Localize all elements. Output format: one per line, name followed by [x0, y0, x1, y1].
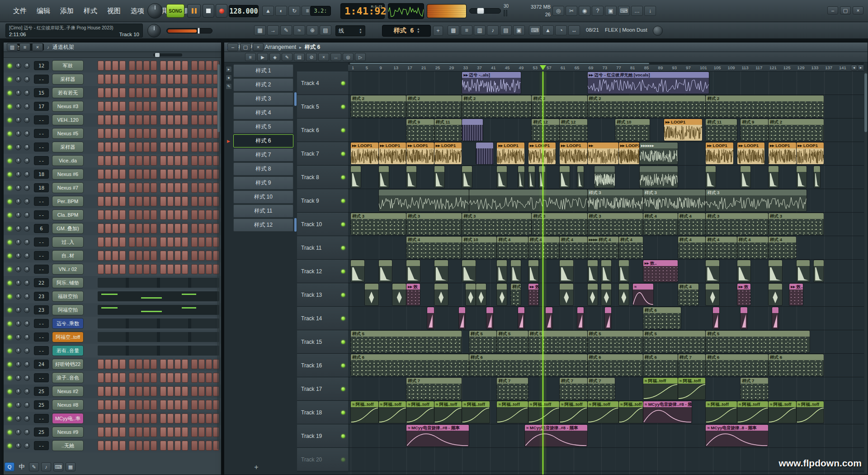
- step-cell[interactable]: [129, 359, 135, 369]
- track-led[interactable]: [341, 340, 345, 344]
- track-header[interactable]: Track 8: [297, 166, 348, 189]
- pan-knob[interactable]: [15, 321, 21, 327]
- timeline-zoombar[interactable]: [348, 62, 864, 65]
- clip[interactable]: 迈兮 -..als]: [462, 72, 521, 94]
- step-cell[interactable]: [136, 386, 142, 396]
- step-cell[interactable]: [105, 400, 111, 410]
- channel-button[interactable]: VEH..120: [52, 114, 84, 125]
- step-cell[interactable]: [129, 183, 135, 193]
- clip[interactable]: [741, 166, 750, 188]
- track-led[interactable]: [341, 128, 345, 132]
- step-cell[interactable]: [175, 223, 181, 233]
- pan-knob[interactable]: [15, 253, 21, 259]
- maximize-button[interactable]: ▢: [840, 6, 851, 14]
- menu-item-4[interactable]: 视图: [102, 7, 126, 15]
- step-cell[interactable]: [175, 413, 181, 423]
- step-cell[interactable]: [105, 142, 111, 152]
- track-lane[interactable]: 样式 6: [348, 307, 864, 330]
- channel-button[interactable]: Vice..da: [52, 155, 84, 166]
- step-cell[interactable]: [167, 156, 174, 166]
- step-cell[interactable]: [175, 88, 181, 98]
- step-cell[interactable]: [167, 61, 174, 71]
- step-cell[interactable]: [105, 251, 111, 261]
- step-cell[interactable]: [160, 373, 166, 383]
- clip[interactable]: 样式 12: [532, 119, 559, 141]
- channel-button[interactable]: 若有..音量: [52, 345, 84, 356]
- clip[interactable]: [706, 284, 719, 305]
- track-led[interactable]: [341, 176, 345, 179]
- channel-led[interactable]: [8, 91, 12, 95]
- clip[interactable]: 阿福..toff: [797, 401, 824, 423]
- step-cell[interactable]: [105, 386, 111, 396]
- clip[interactable]: 样式 3: [706, 190, 806, 211]
- channel-button[interactable]: 采样器: [52, 142, 84, 152]
- clip[interactable]: 样式 10: [615, 119, 650, 141]
- clip[interactable]: 样式 2: [406, 95, 462, 117]
- timeline-ruler[interactable]: ◂▸ 1591317212529333741454953576165697377…: [348, 62, 864, 71]
- save-icon[interactable]: ▣: [605, 6, 617, 16]
- clip[interactable]: 样式 6: [706, 354, 768, 376]
- magnet-icon[interactable]: ◈: [269, 53, 280, 61]
- step-cell[interactable]: [182, 400, 188, 410]
- step-cell[interactable]: [151, 441, 157, 451]
- channel-led[interactable]: [8, 417, 12, 421]
- one-click-record-icon[interactable]: ◎: [552, 6, 564, 16]
- step-cell[interactable]: [98, 223, 104, 233]
- step-cell[interactable]: [136, 223, 142, 233]
- step-cell[interactable]: [182, 441, 188, 451]
- track-header[interactable]: Track 11: [297, 236, 348, 260]
- shuffle-knob[interactable]: [147, 24, 161, 38]
- clip[interactable]: [601, 284, 611, 305]
- step-cell[interactable]: [112, 427, 118, 437]
- step-cell[interactable]: [98, 210, 104, 220]
- track-lane[interactable]: 效样式 4效..样式 4效效..: [348, 283, 864, 307]
- step-cell[interactable]: [191, 413, 198, 423]
- track-lane[interactable]: 效..: [348, 260, 864, 283]
- step-cell[interactable]: [98, 237, 104, 247]
- step-cell[interactable]: [105, 183, 111, 193]
- step-cell[interactable]: [191, 359, 198, 369]
- step-cell[interactable]: [119, 101, 126, 111]
- step-cell[interactable]: [206, 386, 212, 396]
- pan-knob[interactable]: [15, 63, 21, 69]
- metronome-2-icon[interactable]: ▲: [542, 25, 554, 35]
- clip[interactable]: 效: [737, 284, 751, 305]
- step-cell[interactable]: [112, 413, 118, 423]
- volume-knob[interactable]: [24, 321, 30, 327]
- step-cell[interactable]: [167, 183, 174, 193]
- sound-icon[interactable]: ♪: [41, 462, 51, 471]
- step-cell[interactable]: [112, 156, 118, 166]
- clip[interactable]: 样式 9: [741, 119, 768, 141]
- step-cell[interactable]: [129, 400, 135, 410]
- track-led[interactable]: [341, 199, 345, 203]
- pan-knob[interactable]: [15, 280, 21, 286]
- clip[interactable]: 样式 4: [511, 284, 521, 305]
- clip[interactable]: [797, 166, 807, 188]
- clip[interactable]: 阿福..toff: [737, 401, 768, 423]
- step-cell[interactable]: [151, 400, 157, 410]
- track-header[interactable]: Track 16: [297, 354, 348, 377]
- step-cell[interactable]: [175, 210, 181, 220]
- brush-tool-icon[interactable]: ▤: [294, 53, 305, 61]
- autoscroll-icon[interactable]: ↔: [568, 25, 580, 35]
- clip[interactable]: [469, 190, 587, 211]
- step-cell[interactable]: [160, 237, 166, 247]
- pan-knob[interactable]: [15, 158, 21, 164]
- step-cell[interactable]: [160, 74, 166, 84]
- volume-knob[interactable]: [24, 307, 30, 313]
- step-cell[interactable]: [160, 359, 166, 369]
- step-cell[interactable]: [143, 101, 150, 111]
- clip[interactable]: 样式 6: [769, 354, 824, 376]
- step-cell[interactable]: [191, 441, 198, 451]
- volume-handle[interactable]: [477, 8, 484, 14]
- step-cell[interactable]: [182, 223, 188, 233]
- channel-led[interactable]: [8, 64, 12, 68]
- step-cell[interactable]: [105, 196, 111, 206]
- track-lane[interactable]: 样式 4样式 10样式 4样式 4样式 4▸▸▸▸ 样式 4样式 4样式 4样式…: [348, 236, 864, 260]
- clip[interactable]: 样式 2: [532, 95, 587, 117]
- channel-button[interactable]: Nexus #6: [52, 169, 84, 180]
- track-header[interactable]: Track 9: [297, 189, 348, 213]
- step-cell[interactable]: [206, 223, 212, 233]
- playlist-menu-icon[interactable]: ≡: [245, 53, 256, 61]
- channel-led[interactable]: [8, 335, 12, 339]
